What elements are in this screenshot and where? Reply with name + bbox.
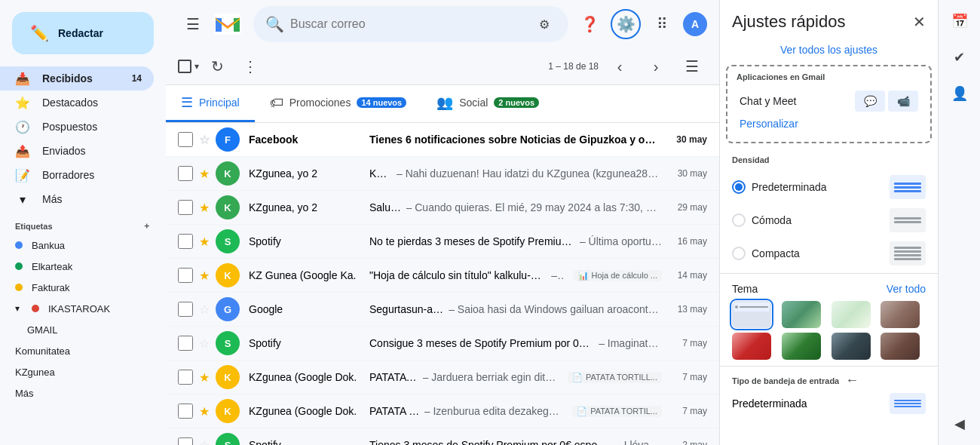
next-page-button[interactable]: › bbox=[641, 51, 671, 81]
density-comoda[interactable]: Cómoda bbox=[720, 204, 938, 237]
label-fakturak[interactable]: Fakturak bbox=[0, 277, 154, 298]
quick-settings-panel: Ajustes rápidos ✕ Ver todos los ajustes … bbox=[719, 0, 938, 445]
email-checkbox-1[interactable] bbox=[178, 166, 193, 181]
more-options-button[interactable]: ⋮ bbox=[235, 51, 265, 81]
density-compacta[interactable]: Compacta bbox=[720, 237, 938, 270]
email-checkbox-8[interactable] bbox=[178, 404, 193, 419]
nav-label-recibidos: Recibidos bbox=[42, 72, 93, 84]
email-star-1[interactable]: ★ bbox=[199, 167, 210, 181]
email-row[interactable]: ★ K KZ Gunea (Google Ka. "Hoja de cálcul… bbox=[166, 259, 719, 293]
email-row[interactable]: ★ K KZgunea (Google Dok. PATATA TORTILLA… bbox=[166, 361, 719, 394]
email-row[interactable]: ☆ G Google Segurtasun-alerta – Saioa has… bbox=[166, 293, 719, 327]
sidebar-item-borradores[interactable]: 📝 Borradores bbox=[0, 163, 154, 187]
apps-button[interactable]: ⠿ bbox=[647, 9, 677, 39]
email-checkbox-7[interactable] bbox=[178, 370, 193, 385]
help-button[interactable]: ❓ bbox=[574, 9, 605, 39]
email-checkbox-3[interactable] bbox=[178, 234, 193, 249]
email-star-0[interactable]: ☆ bbox=[199, 133, 210, 147]
email-checkbox-5[interactable] bbox=[178, 302, 193, 317]
calendar-icon-btn[interactable]: 📅 bbox=[945, 6, 975, 36]
email-subject-2: Saludos bbox=[369, 201, 402, 213]
email-star-2[interactable]: ★ bbox=[199, 201, 210, 215]
expand-icon-btn[interactable]: ◀ bbox=[945, 409, 975, 439]
theme-swatch-4[interactable] bbox=[732, 333, 771, 360]
settings-button[interactable]: ⚙️ bbox=[611, 9, 641, 39]
email-star-7[interactable]: ★ bbox=[199, 370, 210, 385]
email-checkbox-6[interactable] bbox=[178, 336, 193, 351]
theme-swatch-6[interactable] bbox=[831, 333, 871, 360]
label-bankua-text: Bankua bbox=[32, 240, 65, 251]
theme-ver-todo[interactable]: Ver todo bbox=[887, 283, 926, 295]
sidebar-item-destacados[interactable]: ⭐ Destacados bbox=[0, 91, 154, 115]
email-subject-5: Segurtasun-alerta bbox=[369, 303, 444, 315]
contacts-icon-btn[interactable]: 👤 bbox=[945, 78, 975, 109]
search-filter-button[interactable]: ⚙ bbox=[532, 12, 556, 36]
tab-promociones[interactable]: 🏷 Promociones 14 nuevos bbox=[255, 85, 422, 122]
theme-swatch-0[interactable] bbox=[732, 301, 771, 328]
view-options-button[interactable]: ☰ bbox=[677, 51, 707, 81]
email-row[interactable]: ☆ F Facebook Tienes 6 notificaciones sob… bbox=[166, 123, 719, 157]
email-star-5[interactable]: ☆ bbox=[199, 302, 210, 317]
email-content-8: PATATA TORTILLA – Izenburua edita dezake… bbox=[369, 405, 662, 417]
density-predeterminada[interactable]: Predeterminada bbox=[720, 170, 938, 204]
email-checkbox-9[interactable] bbox=[178, 437, 193, 445]
chat-icon-btn[interactable]: 💬 bbox=[855, 91, 885, 112]
label-bankua[interactable]: Bankua bbox=[0, 235, 154, 256]
qs-view-all: Ver todos los ajustes bbox=[720, 38, 938, 62]
search-icon[interactable]: 🔍 bbox=[265, 15, 284, 33]
density-title: Densidad bbox=[720, 152, 938, 170]
theme-swatch-2[interactable] bbox=[831, 301, 871, 328]
email-content-1: Kaixo – Nahi duzuenan! Hau idatzi du KZg… bbox=[369, 167, 662, 180]
email-row[interactable]: ★ S Spotify No te pierdas 3 meses de Spo… bbox=[166, 225, 719, 259]
tab-principal[interactable]: ☰ Principal bbox=[166, 85, 255, 122]
qs-view-all-link[interactable]: Ver todos los ajustes bbox=[780, 44, 877, 56]
email-row[interactable]: ★ K KZgunea, yo 2 Kaixo – Nahi duzuenan!… bbox=[166, 157, 719, 191]
theme-swatch-5[interactable] bbox=[782, 333, 821, 360]
email-star-3[interactable]: ★ bbox=[199, 235, 210, 249]
label-ikastaroak[interactable]: ▾ IKASTAROAK bbox=[0, 298, 154, 319]
prev-page-button[interactable]: ‹ bbox=[605, 51, 635, 81]
email-star-4[interactable]: ★ bbox=[199, 269, 210, 283]
email-row[interactable]: ☆ S Spotify Tienes 3 meses de Spotify Pr… bbox=[166, 428, 719, 445]
sidebar-item-recibidos[interactable]: 📥 Recibidos 14 bbox=[0, 66, 154, 91]
email-date-5: 13 may bbox=[662, 304, 707, 315]
email-date-0: 30 may bbox=[662, 134, 707, 145]
email-row[interactable]: ★ K KZgunea (Google Dok. PATATA TORTILLA… bbox=[166, 394, 719, 428]
email-row[interactable]: ★ K KZgunea, yo 2 Saludos – Cuando quier… bbox=[166, 191, 719, 225]
email-star-9[interactable]: ☆ bbox=[199, 438, 210, 446]
email-star-6[interactable]: ☆ bbox=[199, 336, 210, 351]
theme-swatch-7[interactable] bbox=[880, 333, 920, 360]
email-sender-4: KZ Gunea (Google Ka. bbox=[249, 269, 369, 281]
compose-button[interactable]: ✏️ Redactar bbox=[12, 12, 154, 54]
search-input[interactable] bbox=[290, 17, 526, 31]
select-all-checkbox[interactable] bbox=[178, 60, 191, 73]
email-row[interactable]: ☆ S Spotify Consigue 3 meses de Spotify … bbox=[166, 327, 719, 361]
label-kzgunea[interactable]: KZgunea bbox=[0, 361, 154, 382]
arrow-icon: ← bbox=[845, 373, 859, 388]
add-label-icon[interactable]: ＋ bbox=[142, 220, 151, 232]
label-mas-bottom[interactable]: Más bbox=[0, 382, 154, 404]
theme-swatch-1[interactable] bbox=[782, 301, 821, 328]
email-avatar-3: S bbox=[216, 229, 240, 253]
meet-icon-btn[interactable]: 📹 bbox=[888, 91, 918, 112]
email-checkbox-4[interactable] bbox=[178, 268, 193, 283]
refresh-button[interactable]: ↻ bbox=[202, 51, 232, 81]
tasks-icon-btn[interactable]: ✔ bbox=[945, 42, 975, 72]
expand-icon[interactable]: ▾ bbox=[15, 303, 20, 314]
email-star-8[interactable]: ★ bbox=[199, 404, 210, 419]
label-elkarteak[interactable]: Elkarteak bbox=[0, 256, 154, 277]
email-checkbox-2[interactable] bbox=[178, 200, 193, 215]
tab-social[interactable]: 👥 Social 2 nuevos bbox=[421, 85, 554, 122]
email-checkbox-0[interactable] bbox=[178, 132, 193, 147]
sidebar-item-pospuestos[interactable]: 🕐 Pospuestos bbox=[0, 115, 154, 139]
sublabel-gmail[interactable]: GMAIL bbox=[0, 319, 154, 340]
qs-close-button[interactable]: ✕ bbox=[913, 13, 926, 31]
avatar[interactable]: A bbox=[683, 12, 707, 36]
personalizar-link[interactable]: Personalizar bbox=[727, 115, 930, 136]
sidebar-item-mas[interactable]: ▾ Más bbox=[0, 187, 154, 211]
sidebar-item-enviados[interactable]: 📤 Enviados bbox=[0, 139, 154, 163]
hamburger-button[interactable]: ☰ bbox=[178, 9, 208, 39]
theme-swatch-3[interactable] bbox=[880, 301, 920, 328]
select-dropdown-button[interactable]: ▾ bbox=[194, 61, 199, 72]
label-komunitatea[interactable]: Komunitatea bbox=[0, 340, 154, 361]
